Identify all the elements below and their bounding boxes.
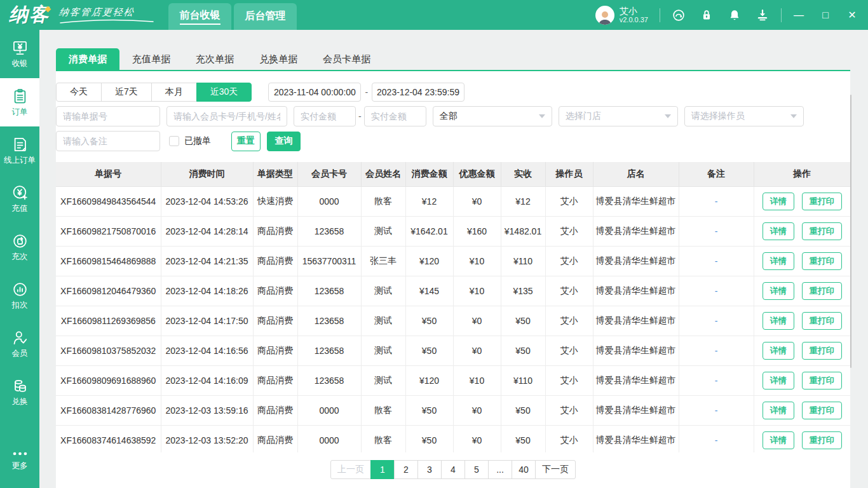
detail-button[interactable]: 详情 — [763, 402, 794, 419]
sidebar-item-deduct-times[interactable]: 扣次 — [0, 271, 39, 320]
tab-exchange-orders[interactable]: 兑换单据 — [247, 48, 310, 70]
cell-paid-amount: ¥50 — [501, 395, 545, 425]
member-search-input[interactable] — [166, 106, 287, 126]
maximize-button[interactable]: □ — [820, 10, 831, 21]
tab-member-card-orders[interactable]: 会员卡单据 — [310, 48, 383, 70]
tab-recharge-orders[interactable]: 充值单据 — [119, 48, 183, 70]
date-range-dash: - — [365, 87, 368, 97]
sidebar-item-exchange[interactable]: 兑换 — [0, 368, 39, 416]
order-no-input[interactable] — [56, 106, 160, 126]
detail-button[interactable]: 详情 — [763, 282, 794, 300]
reprint-button[interactable]: 重打印 — [802, 402, 842, 419]
cell-order-no: XF16609849843564544 — [56, 186, 161, 216]
detail-button[interactable]: 详情 — [763, 372, 794, 390]
divider — [660, 8, 660, 22]
table-header-row: 单据号 消费时间 单据类型 会员卡号 会员姓名 消费金额 优惠金额 实收 操作员… — [56, 162, 850, 186]
cell-discount-amount: ¥10 — [453, 246, 501, 276]
sidebar-item-cashier[interactable]: 收银 — [0, 30, 39, 78]
reprint-button[interactable]: 重打印 — [802, 342, 842, 360]
quick-date-month[interactable]: 本月 — [151, 83, 197, 102]
detail-button[interactable]: 详情 — [763, 312, 794, 330]
cell-operator: 艾小 — [545, 306, 593, 336]
tab-recharge-times-orders[interactable]: 充次单据 — [183, 48, 247, 70]
pagination-page[interactable]: 2 — [394, 460, 418, 479]
pagination-next[interactable]: 下一页 — [535, 460, 576, 479]
pagination-page[interactable]: 40 — [512, 460, 536, 479]
sidebar-item-members[interactable]: 会员 — [0, 320, 39, 368]
sidebar-item-label: 线上订单 — [4, 155, 36, 166]
date-to-input[interactable] — [372, 83, 465, 102]
reprint-button[interactable]: 重打印 — [802, 193, 842, 210]
user-chip[interactable]: 艾小 v2.0.0.37 — [595, 6, 648, 25]
pagination-page[interactable]: 5 — [465, 460, 489, 479]
scrollbar[interactable] — [850, 95, 851, 488]
cell-member-name: 测试 — [361, 336, 405, 365]
cell-actions: 详情 重打印 — [754, 365, 850, 395]
header-consume-amount: 消费金额 — [405, 162, 453, 186]
reprint-button[interactable]: 重打印 — [802, 372, 842, 390]
notification-bell-icon[interactable] — [728, 8, 742, 22]
sidebar-item-orders[interactable]: 订单 — [0, 78, 39, 126]
cell-order-no: XF16608381428776960 — [56, 395, 161, 425]
amount-min-input[interactable] — [294, 106, 356, 126]
pagination-page[interactable]: 4 — [441, 460, 465, 479]
cell-discount-amount: ¥0 — [453, 395, 501, 425]
detail-button[interactable]: 详情 — [763, 431, 794, 449]
pagination-page[interactable]: 3 — [417, 460, 442, 479]
minimize-button[interactable]: — — [793, 10, 804, 21]
cell-member-card: 123658 — [297, 365, 361, 395]
detail-button[interactable]: 详情 — [763, 193, 794, 210]
support-icon[interactable] — [672, 8, 686, 22]
amount-max-input[interactable] — [364, 106, 426, 126]
operator-select[interactable]: 请选择操作员 — [684, 106, 804, 126]
close-button[interactable]: ✕ — [846, 9, 858, 21]
cell-consume-time: 2023-12-03 13:59:16 — [161, 395, 253, 425]
store-select[interactable]: 选择门店 — [559, 106, 678, 126]
sidebar-item-recharge[interactable]: 充值 — [0, 175, 39, 223]
order-type-select[interactable]: 全部 — [433, 106, 552, 126]
app-logo: 纳客 — [0, 0, 50, 30]
detail-button[interactable]: 详情 — [763, 222, 794, 240]
quick-date-30days[interactable]: 近30天 — [196, 83, 252, 102]
nav-front-cashier[interactable]: 前台收银 — [168, 3, 231, 30]
revoked-checkbox-wrap[interactable]: 已撤单 — [169, 135, 211, 147]
sidebar-item-recharge-times[interactable]: 充次 — [0, 223, 39, 271]
detail-button[interactable]: 详情 — [763, 342, 794, 360]
logo-text: 纳客 — [9, 2, 50, 28]
pagination-prev[interactable]: 上一页 — [330, 460, 371, 479]
cell-member-name: 散客 — [361, 395, 405, 425]
reprint-button[interactable]: 重打印 — [802, 312, 842, 330]
header-consume-time: 消费时间 — [161, 162, 253, 186]
table-row: XF16609812046479360 2023-12-04 14:18:26 … — [56, 276, 850, 306]
table-row: XF16609810375852032 2023-12-04 14:16:56 … — [56, 336, 850, 365]
quick-date-today[interactable]: 今天 — [56, 83, 102, 102]
reprint-button[interactable]: 重打印 — [802, 282, 842, 300]
pagination: 上一页 1 2 3 4 5 ... 40 下一页 — [56, 460, 850, 479]
sidebar-item-more[interactable]: 更多 — [0, 436, 39, 484]
revoked-checkbox[interactable] — [169, 136, 179, 146]
quick-date-7days[interactable]: 近7天 — [101, 83, 152, 102]
scrollbar-thumb[interactable] — [850, 95, 851, 368]
sidebar-item-online-orders[interactable]: 线上订单 — [0, 126, 39, 175]
cell-operator: 艾小 — [545, 395, 593, 425]
tab-consume-orders[interactable]: 消费单据 — [56, 48, 119, 70]
cell-consume-amount: ¥50 — [405, 336, 453, 365]
reset-button[interactable]: 重置 — [231, 132, 261, 151]
date-from-input[interactable] — [268, 83, 361, 102]
download-update-icon[interactable] — [756, 8, 770, 22]
remark-input[interactable] — [56, 131, 160, 151]
reprint-button[interactable]: 重打印 — [802, 222, 842, 240]
cell-paid-amount: ¥110 — [501, 246, 545, 276]
avatar — [595, 6, 614, 25]
query-button[interactable]: 查询 — [267, 132, 301, 151]
nav-back-management[interactable]: 后台管理 — [234, 3, 297, 30]
cell-consume-amount: ¥50 — [405, 395, 453, 425]
lock-icon[interactable] — [700, 8, 714, 22]
pagination-ellipsis[interactable]: ... — [488, 460, 512, 479]
pagination-page[interactable]: 1 — [370, 460, 395, 479]
online-orders-icon — [11, 136, 29, 153]
topbar-icons — [672, 8, 770, 22]
reprint-button[interactable]: 重打印 — [802, 431, 842, 449]
detail-button[interactable]: 详情 — [763, 252, 794, 270]
reprint-button[interactable]: 重打印 — [802, 252, 842, 270]
